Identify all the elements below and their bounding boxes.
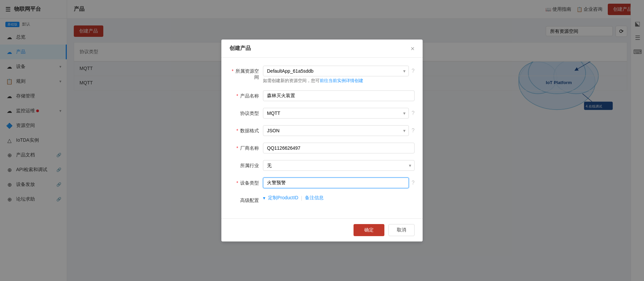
device-type-row: * 设备类型 ? bbox=[229, 178, 415, 188]
remark-info-link[interactable]: 备注信息 bbox=[305, 195, 324, 201]
advanced-config-label: 高级配置 bbox=[229, 195, 263, 204]
product-name-input[interactable] bbox=[263, 90, 415, 101]
resource-space-hint: 如需创建新的资源空间，您可前往当前实例详情创建 bbox=[263, 78, 415, 84]
manufacturer-input[interactable] bbox=[263, 143, 415, 153]
data-format-row: * 数据格式 JSON Binary ? bbox=[229, 125, 415, 136]
resource-space-control: DefaultApp_61a5sddb ? 如需创建新的资源空间，您可前往当前实… bbox=[263, 66, 415, 84]
product-name-label: * 产品名称 bbox=[229, 90, 263, 99]
chevron-down-icon: ▾ bbox=[263, 195, 265, 201]
manufacturer-control bbox=[263, 143, 415, 153]
device-type-control: ? bbox=[263, 178, 415, 188]
resource-space-help-icon[interactable]: ? bbox=[412, 68, 415, 74]
modal-body: * 所属资源空间 DefaultApp_61a5sddb ? 如需创建新的资源空… bbox=[221, 58, 423, 218]
resource-space-label: * 所属资源空间 bbox=[229, 66, 263, 80]
resource-space-row: * 所属资源空间 DefaultApp_61a5sddb ? 如需创建新的资源空… bbox=[229, 66, 415, 84]
data-format-select[interactable]: JSON Binary bbox=[263, 125, 409, 136]
advanced-row: ▾ 定制ProductID | 备注信息 bbox=[263, 195, 415, 201]
industry-control: 无 智慧城市 智慧农业 bbox=[263, 160, 415, 171]
advanced-config-row: 高级配置 ▾ 定制ProductID | 备注信息 bbox=[229, 195, 415, 204]
modal-overlay: 创建产品 × * 所属资源空间 DefaultApp_61a5sddb bbox=[0, 0, 644, 281]
protocol-help-icon[interactable]: ? bbox=[412, 110, 415, 116]
resource-space-hint-link[interactable]: 前往当前实例详情创建 bbox=[320, 78, 363, 83]
data-format-label: * 数据格式 bbox=[229, 125, 263, 134]
confirm-button[interactable]: 确定 bbox=[354, 224, 384, 236]
custom-product-id-link[interactable]: 定制ProductID bbox=[268, 195, 298, 201]
manufacturer-label: * 厂商名称 bbox=[229, 143, 263, 151]
device-type-input[interactable] bbox=[263, 178, 409, 188]
data-format-help-icon[interactable]: ? bbox=[412, 128, 415, 134]
advanced-sep: | bbox=[301, 195, 302, 201]
device-type-help-icon[interactable]: ? bbox=[412, 180, 415, 186]
resource-space-select-field[interactable]: DefaultApp_61a5sddb bbox=[263, 66, 409, 76]
advanced-config-control: ▾ 定制ProductID | 备注信息 bbox=[263, 195, 415, 201]
device-type-label: * 设备类型 bbox=[229, 178, 263, 186]
industry-row: 所属行业 无 智慧城市 智慧农业 bbox=[229, 160, 415, 171]
industry-select[interactable]: 无 智慧城市 智慧农业 bbox=[263, 160, 415, 171]
manufacturer-row: * 厂商名称 bbox=[229, 143, 415, 153]
modal-header: 创建产品 × bbox=[221, 40, 423, 58]
protocol-type-select[interactable]: MQTT CoAP HTTP HTTPS bbox=[263, 108, 409, 119]
protocol-type-control: MQTT CoAP HTTP HTTPS ? bbox=[263, 108, 415, 119]
product-name-control bbox=[263, 90, 415, 101]
data-format-control: JSON Binary ? bbox=[263, 125, 415, 136]
cancel-button[interactable]: 取消 bbox=[388, 224, 415, 236]
product-name-row: * 产品名称 bbox=[229, 90, 415, 101]
industry-label: 所属行业 bbox=[229, 160, 263, 169]
advanced-toggle[interactable]: ▾ bbox=[263, 195, 265, 201]
protocol-type-row: 协议类型 MQTT CoAP HTTP HTTPS ? bbox=[229, 108, 415, 119]
modal-close-button[interactable]: × bbox=[411, 45, 415, 52]
modal-footer: 确定 取消 bbox=[221, 218, 423, 241]
modal-title: 创建产品 bbox=[229, 45, 251, 52]
create-product-modal: 创建产品 × * 所属资源空间 DefaultApp_61a5sddb bbox=[221, 40, 423, 241]
protocol-type-label: 协议类型 bbox=[229, 108, 263, 117]
